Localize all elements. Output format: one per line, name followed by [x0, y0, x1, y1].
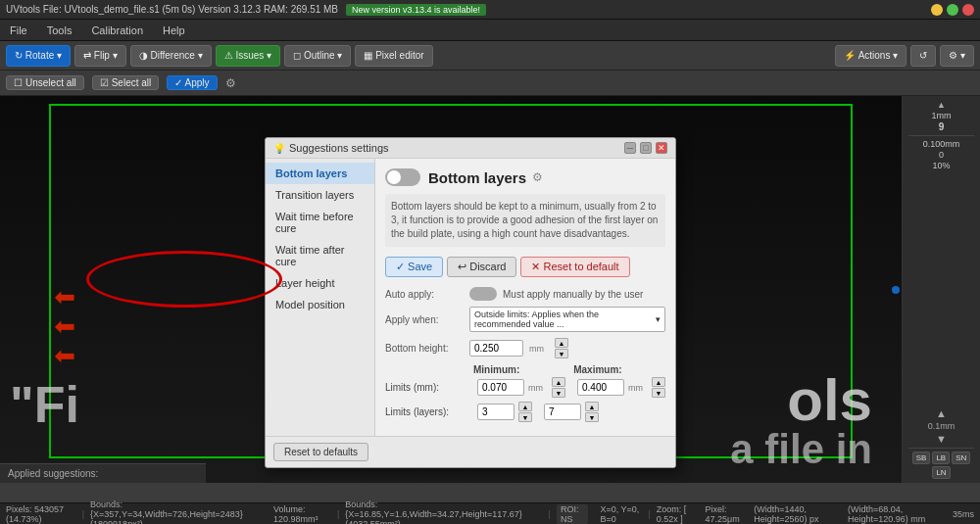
minmax-header: Minimum: Maximum: — [473, 364, 665, 375]
limits-layers-min-down[interactable]: ▼ — [518, 412, 532, 422]
status-timer: 35ms — [953, 509, 974, 519]
rotate-button[interactable]: ↻ Rotate ▾ — [6, 45, 71, 67]
version-badge[interactable]: New version v3.13.4 is available! — [346, 4, 486, 16]
toolbar: ↻ Rotate ▾ ⇄ Flip ▾ ◑ Difference ▾ ⚠ Iss… — [0, 41, 980, 71]
zoom-plus[interactable]: ▲ — [936, 407, 947, 419]
limits-mm-max-up[interactable]: ▲ — [652, 377, 665, 387]
nav-bottom-layers[interactable]: Bottom layers — [266, 163, 374, 184]
app-title: UVtools File: UVtools_demo_file.s1 (5m 0… — [6, 4, 338, 15]
limits-mm-max-input[interactable] — [577, 379, 624, 396]
limits-mm-min-input[interactable] — [477, 379, 524, 396]
scroll-indicator[interactable] — [892, 286, 900, 294]
reset-to-default-button[interactable]: ✕ Reset to default — [520, 257, 629, 277]
apply-when-select[interactable]: Outside limits: Applies when the recomme… — [469, 307, 665, 332]
nav-model-position[interactable]: Model position — [266, 294, 374, 315]
flip-button[interactable]: ⇄ Flip ▾ — [74, 45, 126, 67]
status-dimensions: (Width=1440, Height=2560) px — [754, 504, 842, 524]
unselect-all-button[interactable]: ☐ Unselect all — [6, 75, 84, 90]
bottom-layers-toggle[interactable] — [385, 168, 420, 186]
status-zoom: Zoom: [ 0.52x ] — [657, 504, 700, 524]
difference-button[interactable]: ◑ Difference ▾ — [130, 45, 212, 67]
chevron-up[interactable]: ▲ — [937, 100, 946, 110]
nav-layer-height[interactable]: Layer height — [266, 272, 374, 294]
maximize-button[interactable] — [947, 4, 958, 16]
select-all-button[interactable]: ☑ Select all — [92, 75, 160, 90]
pixel-editor-button[interactable]: ▦ Pixel editor — [355, 45, 432, 67]
bottom-height-down[interactable]: ▼ — [555, 349, 568, 358]
limits-mm-min-down[interactable]: ▼ — [552, 388, 565, 398]
bottom-height-unit: mm — [529, 344, 549, 354]
arrow-left-3: ➡ — [54, 341, 75, 371]
toggle-knob — [387, 170, 401, 184]
limits-layers-max-up[interactable]: ▲ — [585, 402, 599, 411]
issues-button[interactable]: ⚠ Issues ▾ — [216, 45, 280, 67]
zoom-0: 0 — [939, 150, 944, 160]
limits-layers-max-input[interactable] — [544, 404, 581, 420]
actions-button[interactable]: ⚡ Actions ▾ — [835, 45, 906, 67]
menu-help[interactable]: Help — [159, 23, 189, 38]
refresh-button[interactable]: ↺ — [910, 45, 936, 67]
apply-button[interactable]: ✓ Apply — [167, 75, 217, 90]
action-gear-icon[interactable]: ⚙ — [225, 76, 236, 90]
status-pixels: Pixels: 543057 (14.73%) — [6, 504, 76, 524]
action-buttons: ✓ Save ↩ Discard ✕ Reset to default — [385, 257, 665, 277]
auto-apply-label: Auto apply: — [385, 289, 464, 300]
dialog-sidebar: Bottom layers Transition layers Wait tim… — [266, 159, 375, 436]
scale-num: 9 — [939, 121, 945, 132]
zoom-pct: 10% — [932, 161, 950, 170]
window-controls — [931, 4, 974, 16]
limits-mm-min-up[interactable]: ▲ — [552, 377, 565, 387]
status-bar: Pixels: 543057 (14.73%) | Bounds: {X=357… — [0, 502, 980, 524]
sb-button[interactable]: SB — [912, 452, 931, 464]
right-stats-panel: ▲ 1mm 9 0.100mm 0 10% ▲ 0.1mm ▼ SB LB SN… — [902, 96, 980, 483]
zoom-minus[interactable]: ▼ — [936, 433, 947, 445]
apply-when-label: Apply when: — [385, 314, 464, 325]
menu-file[interactable]: File — [6, 23, 31, 38]
save-button[interactable]: ✓ Save — [385, 257, 443, 277]
select-chevron: ▾ — [656, 314, 661, 324]
canvas-text-fi: "Fi — [10, 375, 79, 434]
suggestions-dialog: 💡 Suggestions settings ─ □ ✕ Bottom laye… — [265, 137, 676, 468]
limits-layers-min-up[interactable]: ▲ — [518, 402, 532, 411]
limits-layers-label: Limits (layers): — [385, 406, 473, 417]
limits-layers-row: Limits (layers): ▲ ▼ ▲ ▼ — [385, 402, 665, 422]
applied-suggestions-panel: Applied suggestions: — [0, 463, 206, 483]
reset-defaults-row: Reset to defaults — [266, 436, 675, 467]
minimize-button[interactable] — [931, 4, 943, 16]
canvas-text-ols: ols — [787, 366, 872, 434]
menu-tools[interactable]: Tools — [43, 23, 76, 38]
nav-wait-before-cure[interactable]: Wait time before cure — [266, 206, 374, 239]
limits-layers-max-down[interactable]: ▼ — [585, 412, 599, 422]
dialog-body: Bottom layers Transition layers Wait tim… — [266, 159, 675, 436]
bottom-height-up[interactable]: ▲ — [555, 338, 568, 348]
limits-layers-min-input[interactable] — [477, 404, 514, 420]
auto-apply-toggle[interactable] — [469, 287, 497, 301]
menu-calibration[interactable]: Calibration — [87, 23, 147, 38]
auto-apply-row: Auto apply: Must apply manually by the u… — [385, 287, 665, 301]
dialog-close-button[interactable]: ✕ — [656, 142, 667, 154]
dialog-title: 💡 Suggestions settings — [273, 142, 389, 154]
zoom-controls: ▲ 0.1mm ▼ — [928, 407, 956, 445]
bottom-height-input[interactable] — [469, 340, 523, 357]
stat-sep-2 — [908, 448, 975, 449]
content-gear-icon[interactable]: ⚙ — [532, 170, 543, 184]
settings-button[interactable]: ⚙ ▾ — [940, 45, 974, 67]
content-header: Bottom layers ⚙ — [385, 168, 665, 186]
discard-button[interactable]: ↩ Discard — [447, 257, 516, 277]
close-button[interactable] — [962, 4, 974, 16]
ln-button[interactable]: LN — [932, 466, 950, 479]
arrow-left-2: ➡ — [54, 311, 75, 342]
apply-when-row: Apply when: Outside limits: Applies when… — [385, 307, 665, 332]
outline-button[interactable]: ◻ Outline ▾ — [284, 45, 351, 67]
status-pixel: Pixel: 47.25μm — [706, 504, 749, 524]
lb-button[interactable]: LB — [932, 452, 950, 464]
menu-bar: File Tools Calibration Help — [0, 20, 980, 41]
br-buttons-row: SB LB SN LN — [905, 452, 978, 479]
nav-wait-after-cure[interactable]: Wait time after cure — [266, 239, 374, 272]
dialog-minimize-button[interactable]: ─ — [624, 142, 636, 154]
dialog-maximize-button[interactable]: □ — [640, 142, 652, 154]
sn-button[interactable]: SN — [952, 452, 970, 464]
limits-mm-max-down[interactable]: ▼ — [652, 388, 665, 398]
reset-defaults-button[interactable]: Reset to defaults — [273, 443, 368, 461]
nav-transition-layers[interactable]: Transition layers — [266, 184, 374, 206]
